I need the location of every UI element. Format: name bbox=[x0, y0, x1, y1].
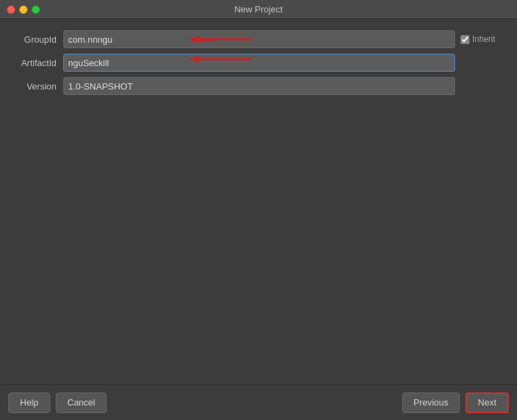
groupid-inherit-wrap: Inherit bbox=[461, 34, 509, 44]
window-controls[interactable] bbox=[7, 6, 40, 14]
groupid-input[interactable] bbox=[63, 30, 455, 48]
version-input-wrap: Inherit bbox=[63, 77, 509, 95]
previous-button[interactable]: Previous bbox=[402, 392, 461, 413]
close-button[interactable] bbox=[7, 6, 15, 14]
version-input[interactable] bbox=[63, 77, 455, 95]
artifactid-row: ArtifactId Inherit bbox=[8, 54, 509, 72]
version-label: Version bbox=[8, 81, 63, 92]
artifactid-input[interactable] bbox=[63, 54, 455, 72]
bottom-bar: Help Cancel Previous Next bbox=[0, 384, 517, 420]
help-button[interactable]: Help bbox=[8, 392, 50, 413]
groupid-inherit-label: Inherit bbox=[472, 34, 495, 44]
bottom-right-buttons: Previous Next bbox=[402, 392, 509, 413]
version-row: Version Inherit bbox=[8, 77, 509, 95]
groupid-row: GroupId Inherit bbox=[8, 30, 509, 48]
artifactid-input-wrap: Inherit bbox=[63, 54, 509, 72]
cancel-button[interactable]: Cancel bbox=[56, 392, 107, 413]
next-button[interactable]: Next bbox=[465, 392, 509, 413]
maximize-button[interactable] bbox=[32, 6, 40, 14]
main-content: GroupId Inherit ArtifactId Inherit bbox=[0, 19, 517, 384]
form-area: GroupId Inherit ArtifactId Inherit bbox=[8, 30, 509, 101]
window-title: New Project bbox=[234, 4, 282, 14]
bottom-left-buttons: Help Cancel bbox=[8, 392, 107, 413]
minimize-button[interactable] bbox=[19, 6, 28, 14]
groupid-inherit-checkbox[interactable] bbox=[461, 35, 469, 44]
title-bar: New Project bbox=[0, 0, 517, 19]
artifactid-label: ArtifactId bbox=[8, 58, 63, 68]
groupid-label: GroupId bbox=[8, 34, 63, 45]
groupid-input-wrap: Inherit bbox=[63, 30, 509, 48]
